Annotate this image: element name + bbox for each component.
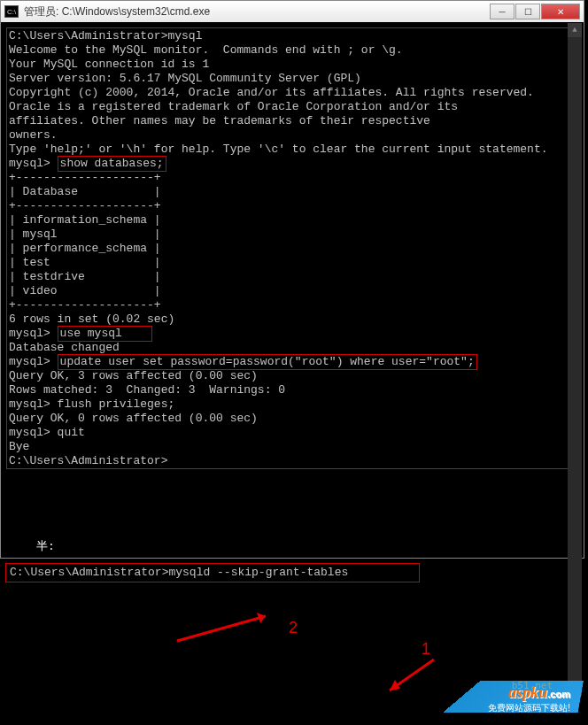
output-line: 6 rows in set (0.02 sec)	[9, 312, 576, 327]
terminal-area[interactable]: C:\Users\Administrator>mysql Welcome to …	[1, 22, 584, 471]
table-row: | video |	[9, 284, 576, 298]
minimize-button[interactable]: ─	[490, 4, 514, 19]
table-header: | Database |	[9, 185, 576, 199]
output-line: Copyright (c) 2000, 2014, Oracle and/or …	[9, 86, 576, 100]
table-row: | testdrive |	[9, 270, 576, 284]
vertical-scrollbar[interactable]: ▲ ▼	[568, 23, 582, 696]
table-row: | mysql |	[9, 228, 576, 242]
window-controls: ─ ☐ ✕	[490, 4, 580, 19]
close-button[interactable]: ✕	[541, 4, 580, 19]
output-line: Rows matched: 3 Changed: 3 Warnings: 0	[9, 383, 576, 397]
prompt-line: mysql> show databases;	[9, 157, 576, 171]
highlighted-command: use mysql	[58, 326, 152, 342]
output-line: Type 'help;' or '\h' for help. Type '\c'…	[9, 143, 576, 157]
output-line: owners.	[9, 128, 576, 143]
watermark-subtitle: 免费网站源码下载站!	[488, 702, 570, 714]
main-output-region: C:\Users\Administrator>mysql Welcome to …	[6, 27, 578, 469]
output-line: Welcome to the MySQL monitor. Commands e…	[9, 43, 576, 58]
highlighted-command: update user set password=password("root"…	[58, 354, 477, 370]
window-title: 管理员: C:\Windows\system32\cmd.exe	[24, 4, 490, 19]
prompt-line: mysql> update user set password=password…	[9, 355, 576, 369]
output-line: Query OK, 0 rows affected (0.00 sec)	[9, 412, 576, 426]
output-line: mysql> quit	[9, 426, 576, 440]
output-line: Oracle is a registered trademark of Orac…	[9, 100, 576, 114]
watermark: b51.net aspku.com 免费网站源码下载站!	[439, 679, 581, 718]
output-line: C:\Users\Administrator>	[9, 454, 576, 468]
output-line: Your MySQL connection id is 1	[9, 58, 576, 72]
table-row: | performance_schema |	[9, 242, 576, 256]
scroll-up-arrow-icon[interactable]: ▲	[568, 23, 582, 37]
svg-line-0	[177, 616, 266, 641]
table-border: +--------------------+	[9, 298, 576, 312]
highlighted-command: show databases;	[58, 156, 166, 172]
output-line: Query OK, 3 rows affected (0.00 sec)	[9, 369, 576, 383]
output-line: Server version: 5.6.17 MySQL Community S…	[9, 72, 576, 86]
watermark-brand: aspku.com	[508, 683, 570, 702]
output-line: mysql> flush privileges;	[9, 397, 576, 412]
cmd-window: C:\ 管理员: C:\Windows\system32\cmd.exe ─ ☐…	[0, 0, 584, 559]
terminal-blank-region[interactable]	[1, 471, 584, 535]
titlebar[interactable]: C:\ 管理员: C:\Windows\system32\cmd.exe ─ ☐…	[1, 1, 584, 22]
table-border: +--------------------+	[9, 199, 576, 213]
table-row: | test |	[9, 256, 576, 270]
annotation-arrow-1-icon	[354, 655, 443, 699]
output-line: Database changed	[9, 341, 576, 355]
ime-status: 半:	[1, 535, 584, 558]
table-border: +--------------------+	[9, 171, 576, 185]
output-line: Bye	[9, 440, 576, 454]
annotation-label-1: 1	[422, 640, 430, 659]
bottom-command-region: C:\Users\Administrator>mysqld --skip-gra…	[0, 561, 588, 584]
cmd-icon: C:\	[4, 5, 19, 18]
highlighted-command: C:\Users\Administrator>mysqld --skip-gra…	[5, 563, 420, 582]
output-line: C:\Users\Administrator>mysql	[9, 29, 576, 43]
maximize-button[interactable]: ☐	[515, 4, 540, 19]
table-row: | information_schema |	[9, 213, 576, 228]
annotation-arrow-2-icon	[159, 605, 292, 650]
prompt-line: mysql> use mysql	[9, 327, 576, 341]
annotation-label-2: 2	[289, 619, 298, 637]
output-line: affiliates. Other names may be trademark…	[9, 114, 576, 128]
